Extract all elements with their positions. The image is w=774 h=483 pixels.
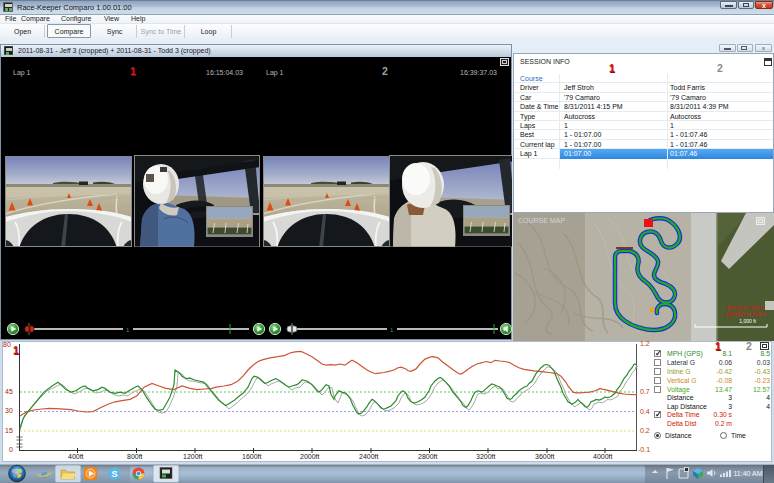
svg-text:1,000 ft: 1,000 ft [739, 318, 756, 324]
svg-text:11:40 AM: 11:40 AM [733, 470, 762, 477]
svg-text:S: S [111, 469, 117, 479]
svg-text:edit/delete splits: edit/delete splits [725, 311, 765, 317]
svg-text:Expand map to: Expand map to [727, 304, 765, 310]
svg-text:e: e [41, 466, 47, 481]
